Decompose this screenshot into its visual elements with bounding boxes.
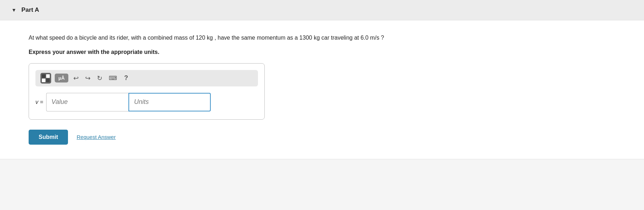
- help-button[interactable]: ?: [122, 74, 130, 82]
- value-input[interactable]: [46, 93, 128, 111]
- input-row: v =: [35, 93, 258, 111]
- grid-icon: [42, 74, 50, 82]
- mu-button[interactable]: μÅ: [55, 74, 68, 82]
- section-header[interactable]: ▼ Part A: [0, 0, 644, 20]
- section-content: At what speed do a bicycle and its rider…: [0, 20, 644, 159]
- refresh-button[interactable]: ↻: [96, 74, 104, 83]
- unit-kg-2: kg: [314, 35, 320, 41]
- action-row: Submit Request Answer: [29, 130, 615, 145]
- page-container: ▼ Part A At what speed do a bicycle and …: [0, 0, 644, 210]
- redo-button[interactable]: ↪: [84, 74, 92, 83]
- undo-button[interactable]: ↩: [72, 74, 80, 83]
- section-title: Part A: [21, 6, 39, 14]
- unit-kg-1: kg: [207, 35, 213, 41]
- unit-ms: m/s: [370, 35, 379, 41]
- grid-toggle-button[interactable]: [40, 73, 51, 84]
- question-text: At what speed do a bicycle and its rider…: [29, 33, 615, 42]
- variable-label: v =: [35, 99, 43, 105]
- submit-button[interactable]: Submit: [29, 130, 68, 145]
- toolbar: μÅ ↩ ↪ ↻ ⌨ ?: [35, 70, 258, 86]
- keyboard-button[interactable]: ⌨: [107, 74, 118, 82]
- request-answer-link[interactable]: Request Answer: [77, 134, 116, 140]
- express-label: Express your answer with the appropriate…: [29, 49, 615, 55]
- units-input[interactable]: [128, 93, 211, 111]
- answer-box: μÅ ↩ ↪ ↻ ⌨ ? v =: [29, 63, 265, 120]
- chevron-down-icon: ▼: [11, 7, 16, 13]
